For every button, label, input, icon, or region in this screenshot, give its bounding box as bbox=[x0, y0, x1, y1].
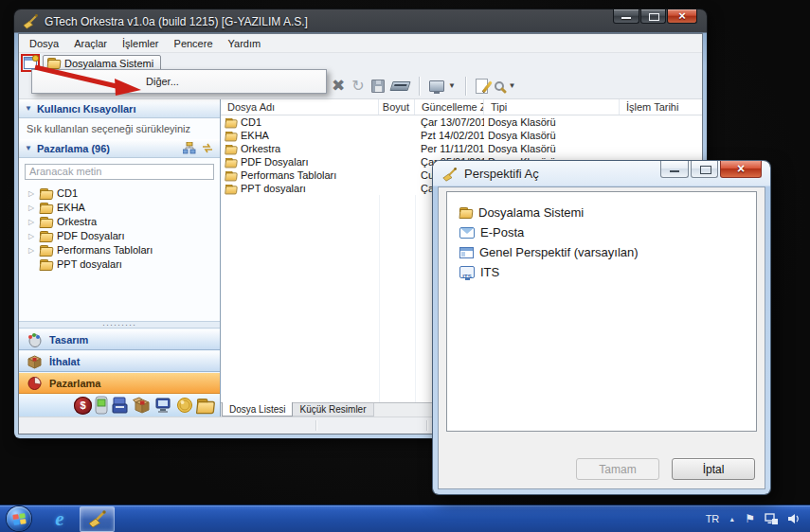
open-folder-icon bbox=[47, 58, 61, 68]
tray-expand-icon[interactable]: ▲ bbox=[729, 516, 735, 523]
file-size bbox=[379, 115, 415, 129]
gold-coin-icon[interactable] bbox=[176, 397, 193, 414]
dialog-close-button[interactable] bbox=[720, 161, 762, 178]
delete-icon[interactable]: ✖ bbox=[332, 78, 345, 94]
tab-dosya-listesi[interactable]: Dosya Listesi bbox=[222, 402, 293, 417]
expander-icon[interactable]: ▷ bbox=[28, 246, 36, 255]
trumpet-icon bbox=[442, 167, 458, 182]
cancel-button[interactable]: İptal bbox=[672, 458, 755, 480]
maximize-button[interactable] bbox=[640, 9, 666, 24]
network-icon[interactable] bbox=[765, 513, 779, 525]
tab-kucuk-resimler[interactable]: Küçük Resimler bbox=[293, 403, 373, 417]
open-box-icon[interactable] bbox=[133, 396, 152, 415]
collapse-triangle-icon: ▼ bbox=[25, 144, 32, 152]
column-header-opdate[interactable]: İşlem Tarihi bbox=[620, 99, 702, 115]
panel-label: Tasarım bbox=[49, 334, 88, 346]
table-row[interactable]: Orkestra Per 11/11/201... Dosya Klasörü bbox=[221, 142, 702, 155]
folder-icon bbox=[225, 144, 238, 153]
file-opdate bbox=[620, 129, 702, 142]
phone-icon[interactable] bbox=[95, 396, 108, 415]
menu-yardim[interactable]: Yardım bbox=[221, 36, 269, 51]
computer-dropdown-button[interactable]: ▼ bbox=[429, 78, 456, 95]
column-header-modified[interactable]: Güncelleme Za... bbox=[415, 99, 484, 115]
finance-dollar-icon[interactable] bbox=[74, 397, 92, 415]
expander-icon[interactable]: ▷ bbox=[28, 189, 36, 198]
perspective-dialog: Perspektifi Aç Dosyalama Sistemi E-Posta bbox=[433, 161, 770, 494]
computer-icon[interactable] bbox=[154, 397, 173, 414]
taskbar: TR ▲ ⚑ bbox=[0, 505, 810, 532]
minimize-button[interactable] bbox=[613, 9, 639, 24]
search-input[interactable] bbox=[25, 164, 214, 180]
refresh-icon[interactable]: ↻ bbox=[351, 79, 364, 94]
menubar: Dosya Araçlar İşlemler Pencere Yardım bbox=[19, 34, 702, 53]
folder-tree: ▷CD1 ▷EKHA ▷Orkestra ▷PDF Dosyaları ▷Per… bbox=[19, 182, 220, 322]
table-row[interactable]: EKHA Pzt 14/02/2011... Dosya Klasörü bbox=[221, 129, 702, 142]
column-gridline bbox=[415, 195, 416, 402]
scanner-icon[interactable] bbox=[389, 81, 410, 91]
expander-icon[interactable]: ▷ bbox=[28, 218, 36, 226]
volume-icon[interactable] bbox=[788, 513, 801, 524]
menu-araclar[interactable]: Araçlar bbox=[66, 36, 115, 51]
main-titlebar[interactable]: GTech Orkestra v1.0a (build 1215) [G-YAZ… bbox=[14, 9, 707, 33]
panel-tasarim[interactable]: Tasarım bbox=[19, 328, 220, 350]
folder-icon bbox=[40, 217, 53, 227]
tree-item-pdf[interactable]: ▷PDF Dosyaları bbox=[28, 229, 220, 243]
splitter-handle[interactable] bbox=[19, 321, 220, 328]
menu-dosya[interactable]: Dosya bbox=[22, 36, 66, 51]
window-form-icon bbox=[459, 247, 474, 258]
close-button[interactable] bbox=[667, 9, 697, 24]
file-list-header: Dosya Adı Boyut Güncelleme Za... Tipi İş… bbox=[221, 99, 702, 115]
list-item-its[interactable]: ITS bbox=[447, 262, 756, 282]
menu-pencere[interactable]: Pencere bbox=[167, 36, 221, 51]
edit-document-icon[interactable] bbox=[476, 79, 488, 94]
action-center-flag-icon[interactable]: ⚑ bbox=[745, 512, 755, 525]
file-opdate bbox=[620, 115, 702, 129]
tree-item-label: CD1 bbox=[57, 187, 78, 199]
menu-item-diger[interactable]: Diğer... bbox=[32, 76, 179, 87]
sync-icon[interactable] bbox=[201, 142, 214, 154]
tree-structure-icon[interactable] bbox=[183, 142, 196, 154]
list-item-genel-perspektif[interactable]: Genel Perspektif (varsayılan) bbox=[447, 242, 756, 262]
tree-item-performans[interactable]: ▷Performans Tabloları bbox=[28, 243, 220, 257]
column-header-size[interactable]: Boyut bbox=[379, 99, 415, 115]
shortcuts-header[interactable]: ▼ Kullanıcı Kısayolları bbox=[19, 99, 220, 118]
file-type: Dosya Klasörü bbox=[484, 115, 620, 129]
internet-explorer-icon[interactable] bbox=[44, 507, 76, 531]
tree-item-ekha[interactable]: ▷EKHA bbox=[28, 201, 220, 215]
start-button[interactable] bbox=[7, 506, 31, 531]
folder-icon bbox=[225, 117, 238, 127]
language-indicator[interactable]: TR bbox=[706, 513, 720, 524]
table-row[interactable]: CD1 Çar 13/07/201... Dosya Klasörü bbox=[221, 115, 702, 129]
folder-icon bbox=[225, 184, 238, 193]
printer-icon[interactable] bbox=[111, 396, 130, 415]
tree-item-cd1[interactable]: ▷CD1 bbox=[28, 186, 220, 201]
taskbar-app-orkestra[interactable] bbox=[80, 506, 115, 532]
dialog-minimize-button[interactable] bbox=[660, 161, 689, 178]
dialog-titlebar[interactable]: Perspektifi Aç bbox=[433, 161, 770, 186]
toolbar-separator bbox=[465, 77, 466, 96]
file-modified: Çar 13/07/201... bbox=[415, 115, 484, 129]
tree-item-ppt[interactable]: ▷PPT dosyaları bbox=[28, 257, 220, 272]
group-header-pazarlama[interactable]: ▼ Pazarlama (96) bbox=[19, 139, 220, 158]
tree-item-label: PPT dosyaları bbox=[57, 258, 122, 270]
list-item-eposta[interactable]: E-Posta bbox=[447, 222, 756, 242]
column-header-name[interactable]: Dosya Adı bbox=[221, 99, 379, 115]
expander-icon[interactable]: ▷ bbox=[28, 232, 36, 240]
panel-pazarlama[interactable]: Pazarlama bbox=[19, 372, 220, 394]
file-opdate bbox=[620, 142, 702, 155]
desktop: GTech Orkestra v1.0a (build 1215) [G-YAZ… bbox=[0, 0, 810, 532]
new-perspective-icon[interactable] bbox=[24, 57, 37, 69]
dialog-maximize-button[interactable] bbox=[691, 161, 718, 178]
column-header-type[interactable]: Tipi bbox=[484, 99, 620, 115]
panel-ithalat[interactable]: İthalat bbox=[19, 350, 220, 372]
search-dropdown-button[interactable]: ▼ bbox=[495, 78, 515, 95]
tree-item-orkestra[interactable]: ▷Orkestra bbox=[28, 215, 220, 229]
list-item-dosyalama[interactable]: Dosyalama Sistemi bbox=[447, 203, 756, 222]
sidebar: ▼ Kullanıcı Kısayolları Sık kullanılan s… bbox=[19, 99, 221, 417]
folder-icon[interactable] bbox=[197, 399, 215, 413]
shortcuts-title: Kullanıcı Kısayolları bbox=[37, 103, 214, 115]
menu-islemler[interactable]: İşlemler bbox=[115, 36, 167, 51]
save-icon[interactable] bbox=[371, 80, 385, 93]
system-tray: TR ▲ ⚑ bbox=[706, 505, 801, 532]
expander-icon[interactable]: ▷ bbox=[28, 204, 36, 212]
